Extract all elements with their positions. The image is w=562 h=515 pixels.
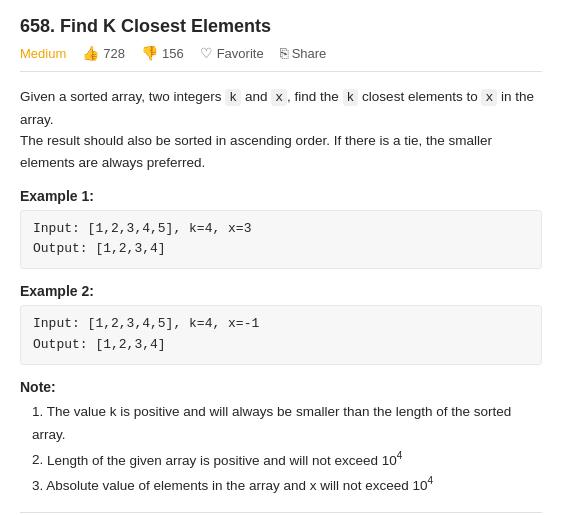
difficulty-badge[interactable]: Medium: [20, 46, 66, 61]
note-title: Note:: [20, 379, 542, 395]
share-item[interactable]: ⎘ Share: [280, 45, 327, 61]
note-item-3: Absolute value of elements in the array …: [28, 472, 542, 497]
meta-row: Medium 👍 728 👎 156 ♡ Favorite ⎘ Share: [20, 45, 542, 72]
favorite-item[interactable]: ♡ Favorite: [200, 45, 264, 61]
note-section: Note: The value k is positive and will a…: [20, 379, 542, 498]
desc-line2: The result should also be sorted in asce…: [20, 133, 492, 170]
example1-title: Example 1:: [20, 188, 542, 204]
example2-title: Example 2:: [20, 283, 542, 299]
desc-k-var: k: [225, 89, 241, 106]
note-item-1: The value k is positive and will always …: [28, 401, 542, 447]
heart-icon: ♡: [200, 45, 213, 61]
upvote-item[interactable]: 👍 728: [82, 45, 125, 61]
downvote-count: 156: [162, 46, 184, 61]
favorite-label: Favorite: [217, 46, 264, 61]
desc-text-3: closest elements to: [358, 89, 481, 104]
note2-prefix: Length of the given array is positive an…: [47, 452, 397, 467]
desc-and: and: [241, 89, 271, 104]
example1-input: Input: [1,2,3,4,5], k=4, x=3: [33, 219, 529, 240]
desc-x-var: x: [271, 89, 287, 106]
example2-input: Input: [1,2,3,4,5], k=4, x=-1: [33, 314, 529, 335]
desc-k-var2: k: [343, 89, 359, 106]
desc-x-var2: x: [481, 89, 497, 106]
share-label: Share: [292, 46, 327, 61]
problem-description: Given a sorted array, two integers k and…: [20, 86, 542, 174]
note2-sup: 4: [397, 450, 403, 461]
thumbs-up-icon: 👍: [82, 45, 99, 61]
desc-text-2: , find the: [287, 89, 343, 104]
example1-block: Input: [1,2,3,4,5], k=4, x=3 Output: [1,…: [20, 210, 542, 270]
note-item-2: Length of the given array is positive an…: [28, 447, 542, 472]
problem-title: 658. Find K Closest Elements: [20, 16, 542, 37]
upvote-count: 728: [103, 46, 125, 61]
note3-prefix: Absolute value of elements in the array …: [46, 478, 427, 493]
example2-output: Output: [1,2,3,4]: [33, 335, 529, 356]
desc-text-1: Given a sorted array, two integers: [20, 89, 225, 104]
example2-block: Input: [1,2,3,4,5], k=4, x=-1 Output: [1…: [20, 305, 542, 365]
share-icon: ⎘: [280, 45, 288, 61]
downvote-item[interactable]: 👎 156: [141, 45, 184, 61]
thumbs-down-icon: 👎: [141, 45, 158, 61]
note3-sup: 4: [428, 475, 434, 486]
note-list: The value k is positive and will always …: [20, 401, 542, 498]
update-section: UPDATE (2017/9/19): The arr parameter ha…: [20, 512, 542, 515]
example1-output: Output: [1,2,3,4]: [33, 239, 529, 260]
